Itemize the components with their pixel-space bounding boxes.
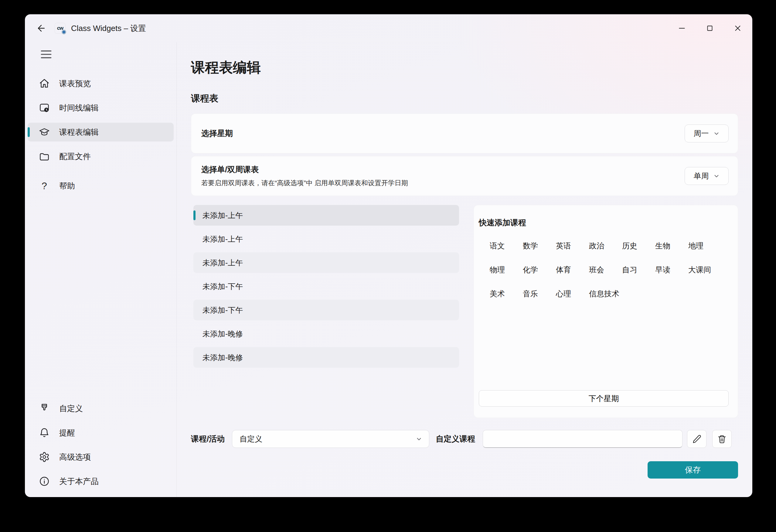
next-week-button[interactable]: 下个星期	[479, 390, 729, 406]
graduation-cap-icon	[38, 126, 50, 138]
subject-chip[interactable]: 化学	[523, 265, 556, 275]
week-type-subtitle: 若要启用双周课表，请在“高级选项”中 启用单双周课表和设置开学日期	[201, 179, 408, 188]
subject-chip[interactable]: 体育	[556, 265, 589, 275]
delete-course-button[interactable]	[712, 430, 732, 448]
sidebar-item-label: 提醒	[59, 427, 75, 438]
subject-chip[interactable]: 语文	[490, 241, 523, 251]
sidebar-item-schedule-preview[interactable]: 课表预览	[28, 74, 174, 93]
quick-add-title: 快速添加课程	[479, 217, 729, 228]
folder-icon	[38, 151, 50, 162]
app-logo-icon: cw	[55, 23, 65, 34]
title-bar: cw Class Widgets – 设置	[25, 14, 752, 42]
minimize-button[interactable]	[671, 19, 692, 37]
chevron-down-icon	[713, 173, 720, 179]
subject-chip[interactable]: 数学	[523, 241, 556, 251]
sidebar-item-label: 高级选项	[59, 452, 91, 463]
sidebar-item-reminders[interactable]: 提醒	[28, 423, 174, 442]
subject-chip[interactable]: 生物	[655, 241, 688, 251]
weekday-dropdown[interactable]: 周一	[685, 125, 729, 142]
sidebar-item-schedule-edit[interactable]: 课程表编辑	[28, 123, 174, 142]
main-content: 课程表编辑 课程表 选择星期 周一 选择单/双周课表 若要启用双周课表，请在“高…	[177, 42, 752, 497]
sidebar-item-timeline-edit[interactable]: 时间线编辑	[28, 99, 174, 117]
home-icon	[38, 78, 50, 89]
slot-list: 未添加-上午 未添加-上午 未添加-上午 未添加-下午 未添加-下午	[193, 205, 459, 418]
subject-grid: 语文 数学 英语 政治 历史 生物 地理 物理 化学 体育 班会 自习 早读 大…	[490, 241, 729, 299]
sidebar-item-label: 课程表编辑	[59, 127, 99, 138]
chevron-down-icon	[713, 130, 720, 137]
subject-chip[interactable]: 地理	[688, 241, 721, 251]
subject-chip[interactable]: 历史	[622, 241, 655, 251]
custom-course-label: 自定义课程	[436, 433, 475, 444]
close-button[interactable]	[728, 19, 748, 37]
slot-item[interactable]: 未添加-上午	[193, 252, 459, 273]
maximize-icon	[705, 24, 714, 33]
slot-item[interactable]: 未添加-晚修	[193, 323, 459, 344]
save-button[interactable]: 保存	[647, 461, 738, 479]
subject-chip[interactable]: 心理	[556, 289, 589, 299]
chevron-down-icon	[416, 436, 422, 442]
sidebar-item-about[interactable]: 关于本产品	[28, 472, 174, 491]
back-arrow-icon	[36, 23, 46, 33]
close-icon	[733, 24, 742, 33]
sidebar-item-label: 配置文件	[59, 151, 91, 162]
sidebar-item-label: 关于本产品	[59, 476, 99, 487]
brush-icon	[38, 403, 50, 414]
timeline-icon	[38, 102, 50, 114]
week-type-title: 选择单/双周课表	[201, 164, 408, 175]
slot-item[interactable]: 未添加-上午	[193, 229, 459, 249]
logo-gear-dot	[62, 30, 66, 34]
select-weekday-card: 选择星期 周一	[191, 114, 738, 153]
course-type-dropdown-value: 自定义	[239, 434, 262, 444]
slot-item-label: 未添加-上午	[202, 210, 243, 220]
edit-course-button[interactable]	[687, 430, 707, 448]
subject-chip[interactable]: 音乐	[523, 289, 556, 299]
slot-item[interactable]: 未添加-下午	[193, 276, 459, 297]
select-week-type-card: 选择单/双周课表 若要启用双周课表，请在“高级选项”中 启用单双周课表和设置开学…	[191, 156, 738, 196]
question-icon: ?	[38, 180, 50, 192]
back-button[interactable]	[33, 20, 50, 37]
page-title: 课程表编辑	[191, 59, 738, 76]
selected-accent-bar	[193, 210, 196, 220]
sidebar-item-help[interactable]: ? 帮助	[28, 176, 174, 195]
sidebar: 课表预览 时间线编辑 课程表编辑 配置文件	[25, 42, 177, 497]
slot-item[interactable]: 未添加-晚修	[193, 347, 459, 368]
slot-item[interactable]: 未添加-上午	[193, 205, 459, 226]
hamburger-icon	[40, 50, 52, 59]
course-type-dropdown[interactable]: 自定义	[232, 430, 429, 448]
maximize-button[interactable]	[700, 19, 720, 37]
subject-chip[interactable]: 美术	[490, 289, 523, 299]
slot-item-label: 未添加-晚修	[202, 329, 243, 339]
slot-item[interactable]: 未添加-下午	[193, 300, 459, 320]
slot-item-label: 未添加-晚修	[202, 353, 243, 363]
week-type-dropdown-value: 单周	[694, 171, 709, 181]
subject-chip[interactable]: 自习	[622, 265, 655, 275]
subject-chip[interactable]: 信息技术	[589, 289, 622, 299]
sidebar-item-customize[interactable]: 自定义	[28, 399, 174, 418]
subject-chip[interactable]: 大课间	[688, 265, 721, 275]
sidebar-item-advanced-options[interactable]: 高级选项	[28, 448, 174, 467]
course-activity-label: 课程/活动	[191, 433, 225, 444]
minimize-icon	[677, 24, 687, 33]
subject-chip[interactable]: 班会	[589, 265, 622, 275]
subject-chip[interactable]: 早读	[655, 265, 688, 275]
slot-item-label: 未添加-上午	[202, 234, 243, 244]
sidebar-item-label: 课表预览	[59, 78, 91, 89]
app-window: cw Class Widgets – 设置 课表预览	[25, 14, 752, 497]
subject-chip[interactable]: 英语	[556, 241, 589, 251]
info-icon	[38, 476, 50, 487]
trash-icon	[718, 434, 727, 444]
quick-add-panel: 快速添加课程 语文 数学 英语 政治 历史 生物 地理 物理 化学 体育 班会 …	[473, 205, 738, 418]
slot-item-label: 未添加-下午	[202, 305, 243, 315]
subject-chip[interactable]: 物理	[490, 265, 523, 275]
subject-chip[interactable]: 政治	[589, 241, 622, 251]
sidebar-item-label: 时间线编辑	[59, 103, 99, 113]
week-type-dropdown[interactable]: 单周	[685, 167, 729, 185]
menu-toggle-button[interactable]	[38, 49, 54, 59]
course-editor-row: 课程/活动 自定义 自定义课程	[191, 430, 738, 448]
sidebar-item-profiles[interactable]: 配置文件	[28, 147, 174, 166]
selected-accent-bar	[28, 127, 30, 137]
gear-icon	[38, 451, 50, 463]
weekday-dropdown-value: 周一	[694, 129, 709, 139]
slot-item-label: 未添加-上午	[202, 258, 243, 268]
custom-course-input[interactable]	[483, 430, 683, 448]
